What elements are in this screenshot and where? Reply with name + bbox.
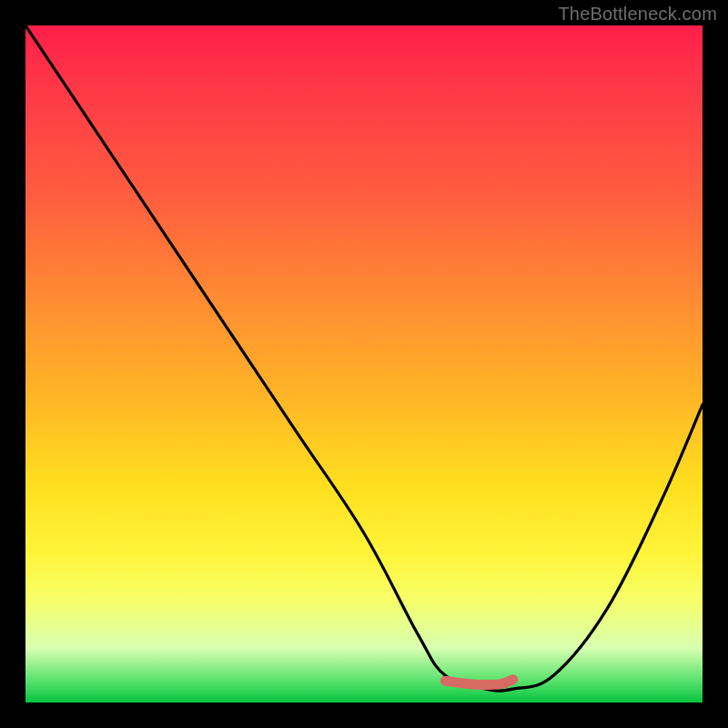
watermark-text: TheBottleneck.com [558,4,717,25]
chart-frame: TheBottleneck.com [0,0,728,728]
gradient-plot-area [25,25,703,703]
